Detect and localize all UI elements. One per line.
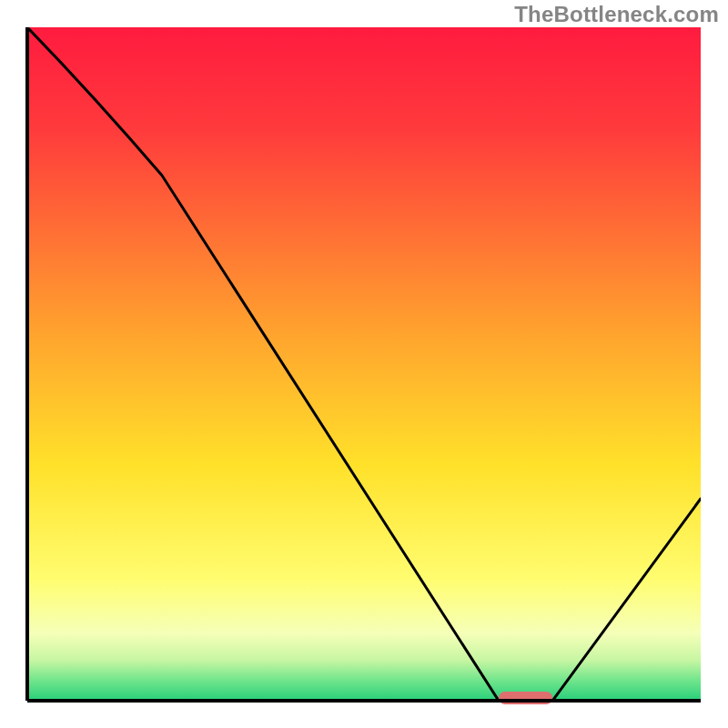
bottleneck-chart: TheBottleneck.com: [0, 0, 728, 728]
gradient-background: [27, 27, 701, 701]
watermark-text: TheBottleneck.com: [514, 2, 719, 27]
chart-svg: [0, 0, 728, 728]
